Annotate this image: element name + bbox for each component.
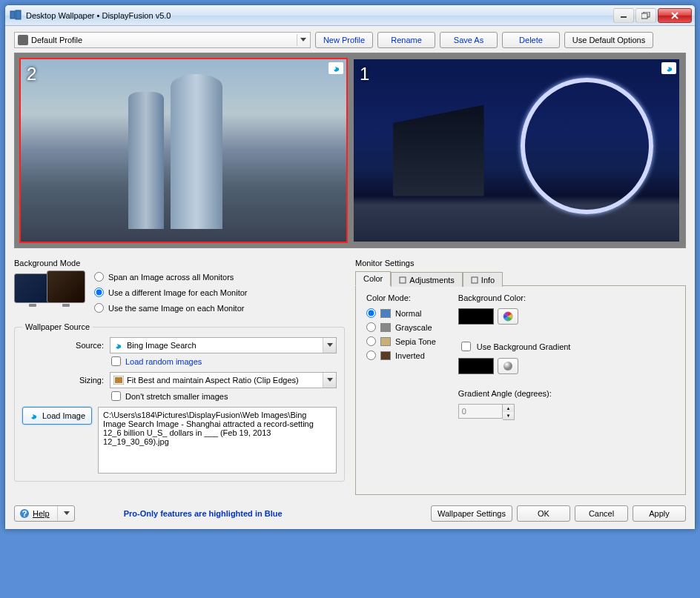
dont-stretch-checkbox[interactable]: Don't stretch smaller images — [111, 391, 337, 401]
gradient-color-picker-button[interactable] — [498, 358, 518, 374]
swatch-icon — [380, 323, 391, 332]
maximize-button[interactable] — [635, 8, 656, 23]
wallpaper-settings-button[interactable]: Wallpaper Settings — [431, 505, 512, 522]
load-image-button[interactable]: Load Image — [22, 407, 92, 425]
background-mode-group: Span an Image across all Monitors Use a … — [14, 270, 345, 315]
tab-content-color: Color Mode: Normal Grayscale Sepia Tone … — [355, 286, 686, 495]
swatch-icon — [380, 309, 391, 318]
source-dropdown[interactable]: Bing Image Search — [110, 337, 337, 353]
load-random-checkbox[interactable]: Load random images — [111, 356, 337, 366]
bing-icon — [661, 62, 676, 74]
color-mode-grayscale[interactable]: Grayscale — [366, 322, 436, 332]
svg-marker-9 — [327, 378, 333, 382]
chevron-down-icon — [297, 34, 308, 46]
monitors-icon — [14, 270, 88, 315]
spinner-up[interactable]: ▲ — [503, 405, 514, 412]
ok-button[interactable]: OK — [517, 505, 570, 522]
settings-tabs: Color Adjustments Info — [355, 270, 686, 286]
gradient-angle-spinner[interactable]: ▲▼ — [458, 404, 571, 420]
svg-rect-8 — [115, 377, 122, 383]
svg-rect-4 — [641, 13, 647, 19]
bing-icon — [328, 62, 343, 74]
background-mode-title: Background Mode — [14, 259, 345, 268]
sizing-label: Sizing: — [22, 376, 104, 385]
svg-text:?: ? — [22, 509, 27, 518]
profile-row: Default Profile New Profile Rename Save … — [14, 32, 686, 48]
color-mode-inverted[interactable]: Inverted — [366, 351, 436, 360]
svg-marker-6 — [327, 343, 333, 347]
use-gradient-checkbox[interactable]: Use Background Gradient — [458, 339, 571, 353]
sizing-dropdown[interactable]: Fit Best and maintain Aspect Ratio (Clip… — [110, 372, 337, 388]
source-label: Source: — [22, 341, 104, 350]
minimize-button[interactable] — [613, 8, 634, 23]
chevron-down-icon — [323, 373, 336, 388]
swatch-icon — [380, 351, 391, 360]
monitor-preview-2[interactable]: 2 — [19, 58, 348, 243]
window-controls — [612, 8, 692, 23]
rename-button[interactable]: Rename — [377, 32, 435, 48]
tab-info[interactable]: Info — [463, 272, 503, 287]
gradient-color-swatch — [458, 358, 494, 374]
content-area: Default Profile New Profile Rename Save … — [5, 26, 695, 529]
cancel-button[interactable]: Cancel — [575, 505, 628, 522]
color-wheel-icon — [503, 311, 513, 322]
svg-rect-2 — [621, 16, 627, 18]
pro-note: Pro-Only features are highlighted in Blu… — [124, 509, 283, 518]
bg-mode-different[interactable]: Use a different Image for each Monitor — [94, 288, 248, 297]
lower-panels: Background Mode Span an Image across all… — [14, 256, 686, 495]
swatch-icon — [380, 337, 391, 346]
apply-button[interactable]: Apply — [633, 505, 686, 522]
color-mode-normal[interactable]: Normal — [366, 308, 436, 318]
profile-icon — [18, 35, 28, 45]
svg-marker-5 — [300, 38, 306, 41]
color-mode-label: Color Mode: — [366, 293, 436, 302]
monitor-number: 2 — [27, 64, 36, 84]
gradient-angle-label: Gradient Angle (degrees): — [458, 389, 571, 398]
tab-adjustments[interactable]: Adjustments — [391, 272, 463, 287]
right-column: Monitor Settings Color Adjustments Info … — [355, 256, 686, 495]
bg-mode-span[interactable]: Span an Image across all Monitors — [94, 272, 248, 282]
bg-mode-same[interactable]: Use the same Image on each Monitor — [94, 303, 248, 313]
app-icon — [10, 10, 22, 21]
window-title: Desktop Wallpaper • DisplayFusion v5.0 — [26, 11, 612, 20]
help-button[interactable]: ? Help — [14, 505, 75, 522]
help-icon: ? — [19, 508, 30, 519]
bing-icon — [113, 341, 124, 350]
svg-rect-10 — [400, 277, 406, 283]
use-defaults-button[interactable]: Use Default Options — [564, 32, 653, 48]
gradient-angle-input[interactable] — [458, 404, 503, 419]
chevron-down-icon — [323, 338, 336, 353]
svg-point-13 — [503, 362, 512, 371]
delete-button[interactable]: Delete — [502, 32, 560, 48]
bg-color-picker-button[interactable] — [498, 308, 518, 325]
profile-dropdown[interactable]: Default Profile — [14, 32, 311, 48]
wallpaper-source-group: Wallpaper Source Source: Bing Image Sear… — [14, 322, 345, 482]
left-column: Background Mode Span an Image across all… — [14, 256, 345, 495]
sphere-icon — [503, 361, 513, 371]
sizing-icon — [113, 376, 124, 385]
chevron-down-icon — [64, 511, 70, 516]
close-button[interactable] — [658, 8, 692, 23]
spinner-down[interactable]: ▼ — [503, 412, 514, 419]
square-icon — [471, 276, 478, 284]
background-color-label: Background Color: — [458, 293, 571, 302]
new-profile-button[interactable]: New Profile — [315, 32, 373, 48]
color-mode-sepia[interactable]: Sepia Tone — [366, 336, 436, 346]
save-as-button[interactable]: Save As — [440, 32, 498, 48]
wallpaper-thumbnail — [354, 59, 679, 242]
monitor-settings-title: Monitor Settings — [355, 259, 686, 268]
monitor-preview-1[interactable]: 1 — [352, 58, 681, 243]
wallpaper-source-title: Wallpaper Source — [22, 322, 93, 331]
tab-color[interactable]: Color — [355, 271, 391, 286]
app-window: Desktop Wallpaper • DisplayFusion v5.0 D… — [4, 4, 696, 530]
svg-rect-1 — [16, 10, 21, 19]
monitor-preview-area: 2 1 — [14, 53, 686, 248]
footer: ? Help Pro-Only features are highlighted… — [14, 505, 686, 522]
monitor-number: 1 — [360, 64, 369, 84]
bg-color-swatch — [458, 308, 494, 325]
wallpaper-thumbnail — [21, 59, 346, 242]
svg-rect-0 — [10, 11, 15, 19]
profile-selected: Default Profile — [31, 36, 82, 44]
image-path-box[interactable]: C:\Users\s184\Pictures\DisplayFusion\Web… — [98, 407, 337, 474]
svg-rect-11 — [472, 277, 478, 283]
